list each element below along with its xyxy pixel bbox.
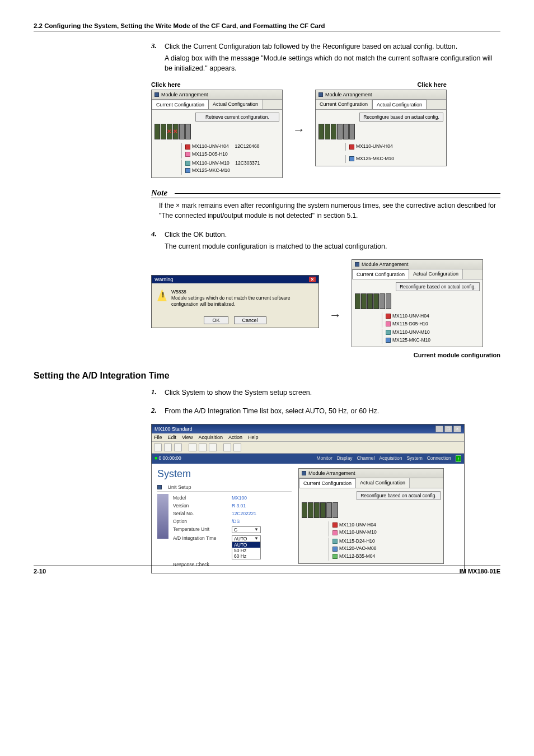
toolbar-button[interactable] bbox=[189, 444, 196, 451]
tab-current-config[interactable]: Current Configuration bbox=[316, 100, 372, 109]
menu-acquisition[interactable]: Acquisition bbox=[198, 435, 223, 440]
module-icon bbox=[386, 321, 391, 326]
module-arrangement-panel-right: Module Arrangement Current Configuration… bbox=[315, 90, 447, 166]
cancel-button[interactable]: Cancel bbox=[234, 316, 266, 324]
module-icon bbox=[349, 144, 354, 150]
ad-option-auto[interactable]: AUTO bbox=[232, 542, 260, 548]
reconfigure-button[interactable]: Reconfigure based on actual config. bbox=[396, 282, 480, 291]
tab-current-config[interactable]: Current Configuration bbox=[352, 269, 409, 279]
window-controls: _ □ × bbox=[435, 426, 461, 432]
nav-acquisition[interactable]: Acquisition bbox=[379, 455, 402, 462]
nav-channel[interactable]: Channel bbox=[357, 455, 375, 462]
module-icon bbox=[332, 539, 338, 544]
ad-dropdown-list: AUTO 50 Hz 60 Hz bbox=[232, 542, 261, 559]
step-number: 2. bbox=[151, 406, 165, 415]
panel-icon bbox=[355, 262, 359, 267]
module-icon bbox=[185, 144, 190, 150]
panel-icon bbox=[157, 485, 162, 489]
warning-icon bbox=[157, 289, 167, 301]
maximize-icon[interactable]: □ bbox=[444, 426, 452, 432]
panel-icon bbox=[154, 92, 159, 97]
nav-system[interactable]: System bbox=[406, 455, 422, 462]
step-1: 1. Click System to show the System setup… bbox=[151, 388, 500, 398]
panel-icon bbox=[318, 92, 323, 97]
figure-caption: Current module configuration bbox=[151, 352, 500, 358]
toolbar-button[interactable] bbox=[209, 444, 217, 451]
menu-action[interactable]: Action bbox=[228, 435, 242, 440]
menu-help[interactable]: Help bbox=[248, 435, 259, 440]
step-text: Click System to show the System setup sc… bbox=[165, 388, 500, 398]
note-block: Note If the × mark remains even after re… bbox=[151, 188, 500, 221]
module-arrangement-panel-app: Module Arrangement Current Configuration… bbox=[298, 468, 444, 564]
module-icon bbox=[185, 161, 190, 166]
module-icon bbox=[332, 554, 338, 559]
menu-file[interactable]: File bbox=[154, 435, 162, 440]
ad-option-50hz[interactable]: 50 Hz bbox=[232, 548, 260, 553]
heading-ad-integration: Setting the A/D Integration Time bbox=[34, 371, 500, 381]
figure-2: Warning× W5838 Module settings which do … bbox=[151, 259, 500, 347]
step-text: Click the OK button. bbox=[165, 230, 500, 240]
slot-graphic bbox=[154, 124, 279, 139]
module-icon bbox=[185, 168, 190, 173]
system-title: System bbox=[157, 468, 292, 480]
unit-graphic bbox=[157, 494, 168, 539]
tab-actual-config[interactable]: Actual Configuration bbox=[209, 100, 263, 109]
tab-current-config[interactable]: Current Configuration bbox=[299, 478, 356, 488]
arrow-icon: → bbox=[329, 308, 341, 323]
window-title: MX100 Standard bbox=[154, 426, 193, 432]
ok-button[interactable]: OK bbox=[204, 316, 228, 324]
tab-actual-config[interactable]: Actual Configuration bbox=[356, 478, 410, 488]
menu-view[interactable]: View bbox=[182, 435, 193, 440]
close-icon[interactable]: × bbox=[309, 277, 316, 282]
menu-edit[interactable]: Edit bbox=[168, 435, 177, 440]
figure-1: Click here Module Arrangement Current Co… bbox=[151, 81, 500, 178]
chevron-down-icon: ▼ bbox=[254, 527, 259, 532]
timer: 0 00:00:00 bbox=[159, 455, 181, 461]
nav-connection[interactable]: Connection bbox=[427, 455, 451, 462]
module-icon bbox=[332, 522, 338, 528]
module-icon bbox=[386, 338, 391, 343]
module-icon bbox=[332, 547, 338, 552]
toolbar-button[interactable] bbox=[223, 444, 231, 451]
status-strip: ■ 0 00:00:00 Monitor Display Channel Acq… bbox=[152, 454, 464, 464]
step-number: 3. bbox=[151, 41, 165, 50]
step-subtext: A dialog box with the message "Module se… bbox=[165, 53, 500, 73]
note-title: Note bbox=[151, 188, 500, 198]
tab-current-config[interactable]: Current Configuration bbox=[152, 100, 209, 109]
nav-monitor[interactable]: Monitor bbox=[316, 455, 332, 462]
ad-option-60hz[interactable]: 60 Hz bbox=[232, 553, 260, 559]
toolbar-button[interactable] bbox=[199, 444, 207, 451]
tabs: Current Configuration Actual Configurati… bbox=[152, 100, 282, 110]
module-icon bbox=[386, 330, 391, 335]
minimize-icon[interactable]: _ bbox=[435, 426, 443, 432]
step-3: 3. Click the Current Configuration tab f… bbox=[151, 41, 500, 73]
note-body: If the × mark remains even after reconfi… bbox=[159, 198, 500, 221]
step-number: 1. bbox=[151, 388, 165, 396]
retrieve-button[interactable]: Retrieve current configuration. bbox=[195, 113, 279, 122]
tab-actual-config[interactable]: Actual Configuration bbox=[409, 269, 463, 279]
step-number: 4. bbox=[151, 230, 165, 239]
chevron-down-icon: ▼ bbox=[254, 536, 259, 541]
nav-display[interactable]: Display bbox=[337, 455, 353, 462]
dialog-title: Warning bbox=[154, 277, 173, 282]
module-icon bbox=[332, 530, 338, 535]
module-icon bbox=[185, 152, 190, 157]
tab-actual-config[interactable]: Actual Configuration bbox=[372, 100, 427, 109]
warning-code: W5838 bbox=[171, 289, 313, 295]
toolbar-button[interactable] bbox=[164, 444, 172, 451]
section-header: 2.2 Configuring the System, Setting the … bbox=[34, 22, 500, 31]
click-here-label: Click here bbox=[151, 81, 283, 88]
reconfigure-button[interactable]: Reconfigure based on actual config. bbox=[359, 113, 443, 122]
toolbar-button[interactable] bbox=[154, 444, 162, 451]
panel-icon bbox=[302, 471, 306, 475]
toolbar-button[interactable] bbox=[174, 444, 182, 451]
temperature-select[interactable]: C▼ bbox=[232, 526, 261, 533]
step-text: From the A/D Integration Time list box, … bbox=[165, 406, 500, 416]
toolbar-button[interactable] bbox=[233, 444, 241, 451]
reconfigure-button[interactable]: Reconfigure based on actual config. bbox=[357, 491, 441, 500]
unit-setup-label: Unit Setup bbox=[168, 484, 191, 490]
connection-icon[interactable]: ↕ bbox=[456, 455, 461, 462]
close-icon[interactable]: × bbox=[453, 426, 461, 432]
step-4: 4. Click the OK button. The current modu… bbox=[151, 230, 500, 251]
doc-id: IM MX180-01E bbox=[460, 568, 500, 575]
